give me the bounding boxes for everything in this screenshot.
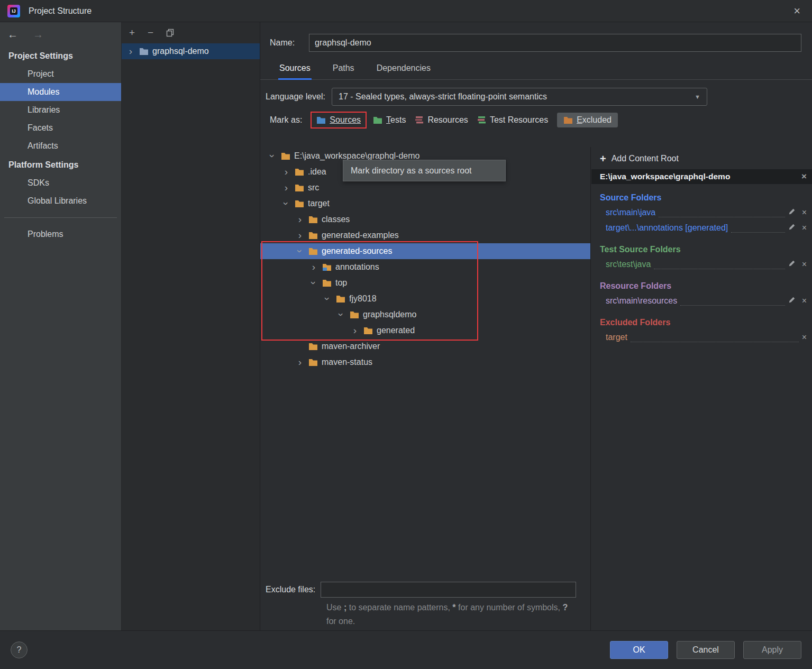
language-level-select[interactable]: 17 - Sealed types, always-strict floatin… <box>332 88 707 106</box>
chevron-down-icon[interactable] <box>309 278 318 288</box>
mark-test-resources-button[interactable]: Test Resources <box>477 115 548 125</box>
remove-icon[interactable]: − <box>148 27 153 39</box>
tab-paths[interactable]: Paths <box>332 60 355 79</box>
tree-row-top[interactable]: top <box>260 275 590 291</box>
module-name: graphsql-demo <box>152 47 209 56</box>
chevron-right-icon[interactable] <box>295 215 305 224</box>
tree-row-generated-examples[interactable]: generated-examples <box>260 227 590 243</box>
folder-icon <box>308 358 318 366</box>
module-name-input[interactable] <box>309 34 801 52</box>
folder-icon <box>350 310 359 319</box>
module-tabs: Sources Paths Dependencies <box>260 52 812 80</box>
tree-row-maven-status[interactable]: maven-status <box>260 354 590 370</box>
tree-row-src[interactable]: src <box>260 180 590 196</box>
remove-folder-icon[interactable]: × <box>802 223 807 233</box>
content-root-header[interactable]: E:\java_workspace\graphql-demo × <box>591 169 812 184</box>
tree-row-label: .idea <box>308 167 326 177</box>
sidebar-item-problems[interactable]: Problems <box>0 225 121 243</box>
tree-row-generated[interactable]: generated <box>260 323 590 338</box>
tab-dependencies[interactable]: Dependencies <box>376 60 432 79</box>
sources-folder-icon <box>316 116 326 124</box>
folder-path[interactable]: src\main\java <box>606 208 655 217</box>
folder-path[interactable]: src\main\resources <box>606 296 677 306</box>
add-icon[interactable]: + <box>129 27 135 39</box>
chevron-right-icon[interactable] <box>281 167 291 177</box>
folder-path[interactable]: target\...\annotations [generated] <box>606 223 728 233</box>
tree-row-graphsqldemo[interactable]: graphsqldemo <box>260 307 590 323</box>
tree-row-target[interactable]: target <box>260 196 590 212</box>
chevron-down-icon[interactable] <box>336 310 346 319</box>
tree-row-classes[interactable]: classes <box>260 212 590 227</box>
mark-sources-button[interactable]: Sources <box>311 112 367 129</box>
mark-as-label: Mark as: <box>270 115 302 125</box>
chevron-down-icon[interactable] <box>268 151 277 161</box>
mark-tests-button[interactable]: Tests <box>373 115 406 125</box>
resource-folder-item[interactable]: src\main\resources × <box>591 294 812 309</box>
sidebar-item-libraries[interactable]: Libraries <box>0 101 121 119</box>
tooltip: Mark directory as a sources root <box>343 160 506 181</box>
source-folder-item[interactable]: src\main\java × <box>591 205 812 221</box>
tree-row-fjy8018[interactable]: fjy8018 <box>260 291 590 307</box>
apply-button[interactable]: Apply <box>743 641 801 659</box>
chevron-right-icon[interactable] <box>350 326 360 335</box>
excluded-folder-item[interactable]: target × <box>591 330 812 345</box>
mark-resources-label: Resources <box>427 115 468 125</box>
intellij-logo-icon: IJ <box>7 5 20 17</box>
excluded-folder-icon <box>563 116 573 124</box>
chevron-down-icon[interactable] <box>323 294 332 304</box>
forward-icon[interactable]: → <box>33 29 43 41</box>
cancel-button[interactable]: Cancel <box>677 641 735 659</box>
close-icon[interactable]: × <box>789 4 805 18</box>
sidebar-item-modules[interactable]: Modules <box>0 83 121 101</box>
edit-pencil-icon[interactable] <box>788 208 796 215</box>
chevron-down-icon: ▼ <box>695 94 700 100</box>
chevron-right-icon[interactable] <box>309 262 318 272</box>
help-button[interactable]: ? <box>11 641 28 658</box>
test-source-folders-header: Test Source Folders <box>591 236 812 257</box>
platform-settings-header: Platform Settings <box>0 155 121 174</box>
sidebar-item-global-libraries[interactable]: Global Libraries <box>0 192 121 210</box>
resources-icon <box>415 116 424 124</box>
exclude-files-hint: Use ; to separate name patterns, * for a… <box>326 601 575 628</box>
mark-resources-button[interactable]: Resources <box>415 115 468 125</box>
resource-folders-header: Resource Folders <box>591 272 812 294</box>
sidebar-item-project[interactable]: Project <box>0 65 121 83</box>
remove-folder-icon[interactable]: × <box>802 296 807 306</box>
remove-folder-icon[interactable]: × <box>802 333 807 342</box>
module-list-item[interactable]: graphsql-demo <box>122 43 260 59</box>
dialog-footer: ? OK Cancel Apply <box>0 630 812 669</box>
edit-pencil-icon[interactable] <box>788 296 796 304</box>
sidebar-item-sdks[interactable]: SDKs <box>0 174 121 192</box>
dotted-leader <box>654 261 784 269</box>
remove-folder-icon[interactable]: × <box>802 260 807 269</box>
add-content-root-button[interactable]: + Add Content Root <box>591 147 812 169</box>
copy-icon[interactable] <box>166 29 175 37</box>
remove-content-root-icon[interactable]: × <box>801 171 807 182</box>
edit-pencil-icon[interactable] <box>788 223 796 231</box>
tree-row-label: classes <box>322 215 350 224</box>
sidebar-item-artifacts[interactable]: Artifacts <box>0 137 121 155</box>
chevron-right-icon[interactable] <box>295 231 305 240</box>
tree-row-label: maven-status <box>322 358 372 367</box>
chevron-right-icon[interactable] <box>281 183 291 193</box>
mark-excluded-button[interactable]: Excluded <box>557 113 618 127</box>
chevron-right-icon[interactable] <box>295 358 305 367</box>
exclude-files-input[interactable] <box>321 582 576 598</box>
test-source-folder-item[interactable]: src\test\java × <box>591 257 812 272</box>
tree-row-maven-archiver[interactable]: maven-archiver <box>260 338 590 354</box>
sidebar-item-facets[interactable]: Facets <box>0 119 121 137</box>
tree-row-annotations[interactable]: annotations <box>260 259 590 275</box>
chevron-right-icon[interactable] <box>126 47 135 56</box>
chevron-down-icon[interactable] <box>281 199 291 208</box>
folder-icon <box>308 342 318 351</box>
back-icon[interactable]: ← <box>7 29 18 41</box>
tab-sources[interactable]: Sources <box>278 60 312 79</box>
tree-row-generated-sources[interactable]: generated-sources <box>260 243 590 259</box>
folder-path[interactable]: src\test\java <box>606 260 651 269</box>
ok-button[interactable]: OK <box>610 641 668 659</box>
chevron-down-icon[interactable] <box>295 246 305 256</box>
remove-folder-icon[interactable]: × <box>802 208 807 217</box>
folder-path[interactable]: target <box>606 333 627 342</box>
source-folder-item[interactable]: target\...\annotations [generated] × <box>591 221 812 236</box>
edit-pencil-icon[interactable] <box>788 260 796 267</box>
